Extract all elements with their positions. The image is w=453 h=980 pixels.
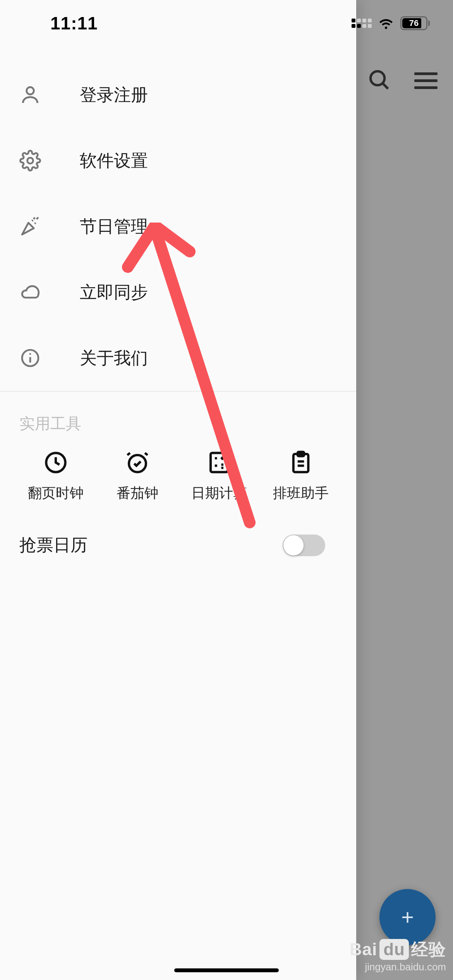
menu-item-sync[interactable]: 立即同步 [0,259,356,325]
party-icon [19,216,41,237]
clipboard-icon [288,450,314,475]
status-time: 11:11 [50,13,98,34]
menu-item-holiday[interactable]: 节日管理 [0,194,356,259]
svg-point-2 [27,87,34,94]
tool-flip-clock[interactable]: 翻页时钟 [15,450,96,503]
clock-icon [43,450,69,475]
watermark-text: du [379,939,409,960]
tool-label: 番茄钟 [117,484,158,503]
person-icon [19,84,41,106]
ticket-toggle-label: 抢票日历 [19,534,88,557]
svg-point-0 [371,71,384,85]
watermark: Baidu经验 jingyan.baidu.com [350,938,446,973]
svg-point-6 [29,353,31,355]
menu-label: 软件设置 [80,149,148,172]
svg-rect-9 [211,453,228,472]
calculator-icon [206,450,232,475]
side-drawer: 登录注册 软件设置 节日管理 [0,0,356,980]
tool-label: 排班助手 [273,484,329,503]
menu-label: 登录注册 [80,84,148,106]
home-indicator [174,968,279,972]
tool-label: 日期计算 [191,484,247,503]
add-button[interactable]: + [379,889,436,945]
signal-icon [352,19,372,28]
svg-line-12 [221,457,223,459]
gear-icon [19,150,41,171]
menu-label: 节日管理 [80,215,148,238]
watermark-text: Bai [350,940,377,959]
svg-point-3 [27,158,33,164]
menu-item-login[interactable]: 登录注册 [0,62,356,128]
alarm-check-icon [125,450,150,475]
menu-label: 立即同步 [80,281,148,304]
ticket-calendar-row: 抢票日历 [0,503,356,557]
tool-pomodoro[interactable]: 番茄钟 [97,450,177,503]
battery-indicator: 76 [400,16,430,30]
tool-shift-helper[interactable]: 排班助手 [261,450,341,503]
wifi-icon [378,15,394,31]
tools-section-title: 实用工具 [0,392,356,450]
info-icon [19,347,41,369]
menu-item-settings[interactable]: 软件设置 [0,128,356,194]
menu-item-about[interactable]: 关于我们 [0,325,356,391]
watermark-url: jingyan.baidu.com [350,961,446,973]
plus-icon: + [401,905,414,930]
watermark-text: 经验 [411,940,446,959]
menu-label: 关于我们 [80,347,148,370]
search-icon[interactable] [367,68,391,93]
ticket-toggle-switch[interactable] [283,535,325,556]
cloud-icon [19,281,41,303]
status-bar: 11:11 76 [0,0,453,46]
battery-percent: 76 [409,18,419,28]
tool-label: 翻页时钟 [28,484,84,503]
tool-date-calc[interactable]: 日期计算 [179,450,259,503]
svg-line-1 [383,83,388,89]
menu-icon[interactable] [414,72,438,89]
